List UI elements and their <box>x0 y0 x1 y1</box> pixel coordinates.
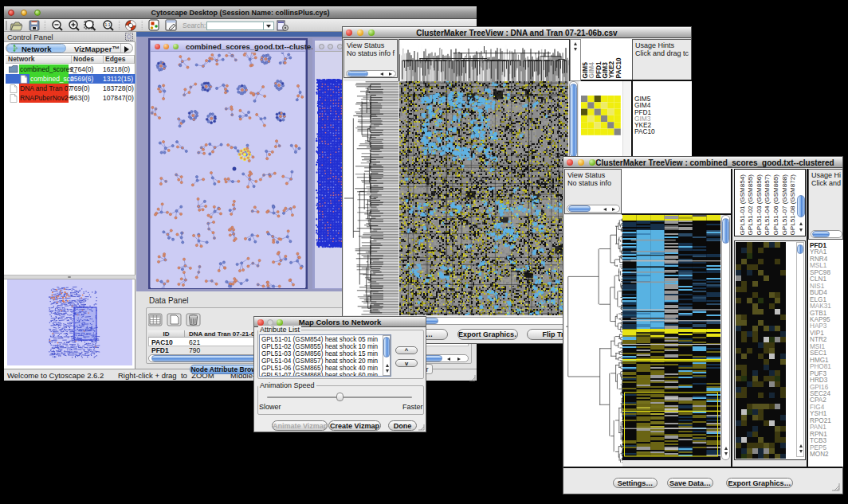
svg-text:1:1: 1:1 <box>105 22 111 27</box>
svg-text:Search:: Search: <box>183 21 206 29</box>
